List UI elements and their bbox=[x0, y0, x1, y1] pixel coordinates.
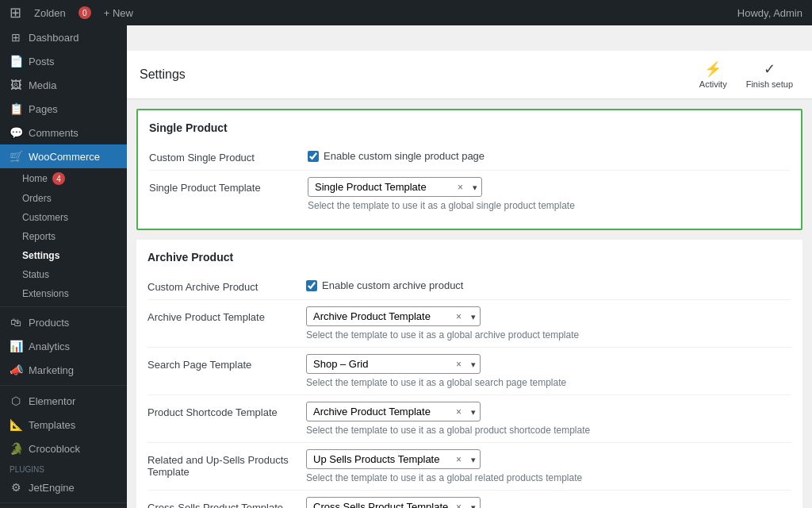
custom-archive-checkbox-text: Enable custom archive product bbox=[322, 279, 463, 291]
sidebar-label-comments: Comments bbox=[29, 127, 79, 139]
sidebar-item-analytics[interactable]: 📊 Analytics bbox=[0, 334, 127, 358]
sidebar-sub-extensions[interactable]: Extensions bbox=[0, 284, 127, 303]
pages-icon: 📋 bbox=[10, 102, 22, 115]
sidebar-label-jetengine: JetEngine bbox=[29, 482, 75, 494]
posts-icon: 📄 bbox=[10, 55, 22, 67]
sidebar-item-dashboard[interactable]: ⊞ Dashboard bbox=[0, 25, 127, 49]
elementor-icon: ⬡ bbox=[10, 394, 22, 407]
sidebar: ⊞ Dashboard 📄 Posts 🖼 Media 📋 Pages 💬 Co… bbox=[0, 25, 127, 508]
finish-setup-icon: ✓ bbox=[764, 60, 776, 78]
single-product-template-select[interactable]: Single Product Template bbox=[308, 177, 482, 197]
topbar-left: ⊞ Zolden 0 + New bbox=[10, 4, 133, 21]
plugins-section-label: PLUGINS bbox=[0, 460, 127, 475]
new-button[interactable]: + New bbox=[104, 7, 133, 19]
comments-icon: 💬 bbox=[10, 126, 22, 139]
sidebar-label-pages: Pages bbox=[29, 103, 58, 115]
custom-single-product-checkbox[interactable] bbox=[308, 151, 319, 162]
shortcode-template-control: Archive Product Template × ▾ Select the … bbox=[306, 402, 590, 436]
custom-archive-checkbox[interactable] bbox=[306, 280, 317, 291]
sidebar-label-analytics: Analytics bbox=[29, 341, 70, 352]
template-clear-icon[interactable]: × bbox=[458, 182, 463, 193]
sidebar-label-media: Media bbox=[29, 79, 56, 91]
crosssells-clear-icon[interactable]: × bbox=[456, 502, 462, 509]
sidebar-label-templates: Templates bbox=[29, 419, 75, 431]
search-template-clear-icon[interactable]: × bbox=[456, 359, 462, 370]
sidebar-sub-settings[interactable]: Settings bbox=[0, 246, 127, 265]
archive-product-title: Archive Product bbox=[147, 251, 791, 264]
sidebar-item-elementor[interactable]: ⬡ Elementor bbox=[0, 389, 127, 413]
products-icon: 🛍 bbox=[10, 316, 22, 329]
sidebar-item-posts[interactable]: 📄 Posts bbox=[0, 49, 127, 73]
related-template-label: Related and Up-Sells Products Template bbox=[147, 449, 306, 478]
archive-product-section: Archive Product Custom Archive Product E… bbox=[136, 240, 802, 508]
crosssells-template-label: Cross-Sells Product Template bbox=[147, 497, 306, 508]
custom-single-product-label: Custom Single Product bbox=[149, 150, 308, 164]
finish-setup-button[interactable]: ✓ Finish setup bbox=[740, 57, 799, 92]
crosssells-template-control: Cross Sells Product Template × ▾ Select … bbox=[306, 497, 593, 508]
sidebar-label-woocommerce: WooCommerce bbox=[29, 151, 100, 163]
sidebar-item-pages[interactable]: 📋 Pages bbox=[0, 97, 127, 121]
related-clear-icon[interactable]: × bbox=[456, 454, 462, 465]
archive-template-select[interactable]: Archive Product Template bbox=[306, 306, 481, 326]
sidebar-sub-customers[interactable]: Customers bbox=[0, 208, 127, 227]
sidebar-item-products[interactable]: 🛍 Products bbox=[0, 310, 127, 334]
custom-archive-checkbox-label[interactable]: Enable custom archive product bbox=[306, 279, 463, 291]
archive-template-control: Archive Product Template × ▾ Select the … bbox=[306, 306, 579, 341]
notif-badge[interactable]: 0 bbox=[79, 6, 91, 19]
sidebar-label-crocoblock: Crocoblock bbox=[29, 443, 80, 455]
site-name[interactable]: Zolden bbox=[34, 7, 66, 19]
sidebar-item-crocoblock[interactable]: 🐊 Crocoblock bbox=[0, 437, 127, 460]
related-template-control: Up Sells Products Template × ▾ Select th… bbox=[306, 449, 582, 483]
sidebar-label-elementor: Elementor bbox=[29, 395, 75, 407]
templates-icon: 📐 bbox=[10, 418, 22, 431]
crosssells-template-row: Cross-Sells Product Template Cross Sells… bbox=[147, 491, 791, 508]
search-template-hint: Select the template to use it as a globa… bbox=[306, 377, 566, 388]
shortcode-clear-icon[interactable]: × bbox=[456, 406, 462, 418]
archive-template-clear-icon[interactable]: × bbox=[456, 311, 462, 322]
sidebar-item-media[interactable]: 🖼 Media bbox=[0, 73, 127, 97]
sidebar-label-marketing: Marketing bbox=[29, 364, 74, 376]
single-product-section: Single Product Custom Single Product Ena… bbox=[136, 109, 802, 230]
sidebar-label-posts: Posts bbox=[29, 56, 55, 67]
archive-template-row: Archive Product Template Archive Product… bbox=[147, 300, 791, 348]
search-template-select[interactable]: Shop – Grid bbox=[306, 354, 481, 374]
related-template-row: Related and Up-Sells Products Template U… bbox=[147, 443, 791, 491]
single-product-template-control: Single Product Template × ▾ Select the t… bbox=[308, 177, 575, 211]
related-template-select[interactable]: Up Sells Products Template bbox=[306, 449, 481, 469]
sidebar-sub-reports[interactable]: Reports bbox=[0, 227, 127, 246]
sidebar-item-woocommerce[interactable]: 🛒 WooCommerce bbox=[0, 144, 127, 168]
single-product-template-label: Single Product Template bbox=[149, 177, 308, 194]
crocoblock-icon: 🐊 bbox=[10, 442, 22, 455]
shortcode-template-row: Product Shortcode Template Archive Produ… bbox=[147, 395, 791, 443]
archive-template-label: Archive Product Template bbox=[147, 306, 306, 323]
topbar-right: Howdy, Admin bbox=[737, 7, 802, 19]
sidebar-sub-orders[interactable]: Orders bbox=[0, 189, 127, 208]
analytics-icon: 📊 bbox=[10, 340, 22, 352]
activity-icon: ⚡ bbox=[704, 60, 722, 78]
toolbar: ⚡ Activity ✓ Finish setup bbox=[693, 57, 799, 92]
wp-logo-icon[interactable]: ⊞ bbox=[10, 4, 21, 21]
topbar: ⊞ Zolden 0 + New Howdy, Admin bbox=[0, 0, 812, 25]
sidebar-item-comments[interactable]: 💬 Comments bbox=[0, 121, 127, 144]
single-product-title: Single Product bbox=[149, 121, 790, 134]
crosssells-template-select[interactable]: Cross Sells Product Template bbox=[306, 497, 481, 508]
custom-archive-label: Custom Archive Product bbox=[147, 279, 306, 293]
custom-single-product-checkbox-label[interactable]: Enable custom single product page bbox=[308, 150, 485, 162]
main-content: Settings ⚡ Activity ✓ Finish setup Singl… bbox=[127, 25, 812, 508]
single-product-template-hint: Select the template to use it as a globa… bbox=[308, 200, 575, 211]
shortcode-template-hint: Select the template to use it as a globa… bbox=[306, 425, 590, 436]
sidebar-item-jetengine[interactable]: ⚙ JetEngine bbox=[0, 475, 127, 499]
woocommerce-icon: 🛒 bbox=[10, 150, 22, 163]
shortcode-template-select[interactable]: Archive Product Template bbox=[306, 402, 481, 421]
activity-button[interactable]: ⚡ Activity bbox=[693, 57, 733, 92]
sidebar-sub-status[interactable]: Status bbox=[0, 265, 127, 284]
sidebar-item-templates[interactable]: 📐 Templates bbox=[0, 413, 127, 437]
media-icon: 🖼 bbox=[10, 79, 22, 91]
sidebar-label-dashboard: Dashboard bbox=[29, 32, 79, 44]
sidebar-sub-home[interactable]: Home 4 bbox=[0, 168, 127, 189]
search-template-control: Shop – Grid × ▾ Select the template to u… bbox=[306, 354, 566, 388]
single-product-template-row: Single Product Template Single Product T… bbox=[149, 171, 790, 217]
search-template-row: Search Page Template Shop – Grid × ▾ Sel… bbox=[147, 348, 791, 395]
custom-single-product-checkbox-text: Enable custom single product page bbox=[324, 150, 485, 162]
sidebar-item-marketing[interactable]: 📣 Marketing bbox=[0, 358, 127, 382]
